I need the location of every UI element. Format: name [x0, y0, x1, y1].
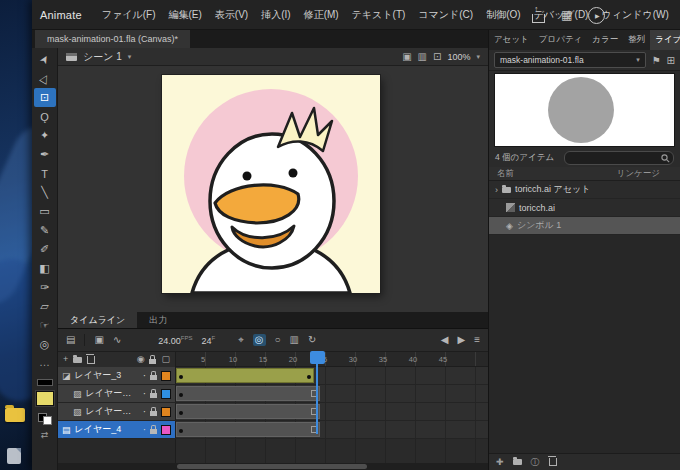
layer-lock-icon[interactable] — [150, 411, 157, 416]
layer-visibility-dot[interactable]: · — [143, 424, 146, 435]
outline-column-icon[interactable]: ▢ — [161, 355, 170, 364]
keyframe-dot[interactable] — [179, 375, 183, 379]
graph-editor-icon[interactable]: ∿ — [113, 335, 121, 345]
layer-visibility-dot[interactable]: · — [143, 370, 146, 381]
menu-insert[interactable]: 挿入(I) — [261, 8, 290, 22]
playhead-handle[interactable] — [310, 351, 325, 364]
hand-tool[interactable]: ☞ — [34, 316, 56, 335]
menu-view[interactable]: 表示(V) — [215, 8, 248, 22]
center-frame-icon[interactable]: ⌖ — [238, 335, 244, 345]
frame-rate[interactable]: 24.00FPS — [158, 335, 192, 346]
clip-content-icon[interactable]: ▥ — [418, 51, 427, 62]
layer-lock-icon[interactable] — [150, 393, 157, 398]
lasso-tool[interactable]: Ǫ — [34, 107, 56, 126]
tab-timeline[interactable]: タイムライン — [58, 312, 137, 328]
desktop-file-icon[interactable] — [7, 448, 21, 464]
scrollbar-thumb[interactable] — [177, 464, 367, 469]
layer-outline-color[interactable] — [161, 425, 171, 435]
free-transform-tool[interactable]: ⊡ — [34, 88, 56, 107]
new-library-panel-icon[interactable]: ⊞ — [667, 55, 675, 66]
scene-breadcrumb[interactable]: シーン 1 — [83, 50, 122, 64]
frame-span[interactable] — [176, 422, 320, 437]
empty-frames-grid[interactable] — [176, 439, 488, 463]
layer-name[interactable]: レイヤー_3 — [75, 369, 139, 382]
desktop-folder-icon[interactable] — [5, 408, 25, 422]
layer-name[interactable]: レイヤー_4 — [75, 423, 139, 436]
layer-frames[interactable] — [176, 403, 488, 420]
paint-bucket-tool[interactable]: ◧ — [34, 259, 56, 278]
layer-frames[interactable] — [176, 421, 488, 438]
fill-color-swatch[interactable] — [36, 391, 54, 406]
onion-skin-icon[interactable]: ◎ — [253, 334, 266, 346]
layer-name[interactable]: レイヤー… — [86, 387, 139, 400]
eye-column-icon[interactable]: ◉ — [137, 355, 145, 364]
frame-span[interactable] — [176, 404, 320, 419]
default-colors-chip[interactable] — [38, 413, 52, 425]
timeline-menu-icon[interactable]: ≡ — [474, 335, 480, 345]
library-search-input[interactable] — [569, 152, 661, 164]
menu-commands[interactable]: コマンド(C) — [418, 8, 473, 22]
pin-library-icon[interactable]: ⚑ — [652, 55, 661, 66]
timeline-horizontal-scrollbar[interactable] — [58, 463, 488, 470]
pencil-tool[interactable]: ✎ — [34, 221, 56, 240]
more-tools-button[interactable]: … — [34, 354, 56, 370]
keyframe-dot[interactable] — [179, 429, 183, 433]
frame-ruler[interactable]: 5 10 15 20 25 30 35 40 45 — [176, 352, 488, 367]
layer-outline-color[interactable] — [161, 407, 171, 417]
library-item-label[interactable]: toricch.ai — [519, 203, 555, 213]
zoom-level[interactable]: 100% — [447, 52, 470, 62]
tab-assets[interactable]: アセット — [489, 30, 534, 50]
document-tab[interactable]: mask-animation-01.fla (Canvas)* — [35, 30, 190, 48]
column-linkage[interactable]: リンケージ — [617, 168, 660, 180]
tween-frame-span[interactable] — [176, 368, 314, 383]
layer-name-cell-selected[interactable]: ▤ レイヤー_4 · — [58, 421, 176, 438]
zoom-tool[interactable]: ◎ — [34, 335, 56, 354]
library-item-folder[interactable]: › toricch.ai アセット — [489, 181, 680, 199]
onion-skin-outline-icon[interactable]: ○ — [275, 335, 281, 345]
expand-chevron-icon[interactable]: › — [495, 185, 498, 195]
stroke-color-swatch[interactable] — [37, 379, 53, 386]
library-search[interactable] — [564, 151, 674, 165]
workspace-icon[interactable]: ▦ — [561, 9, 572, 21]
layer-name-cell[interactable]: ▨ レイヤー… · — [58, 385, 176, 402]
library-item-graphic[interactable]: toricch.ai — [489, 199, 680, 217]
scene-chevron-icon[interactable]: ▾ — [128, 53, 132, 61]
library-item-label[interactable]: toricch.ai アセット — [515, 183, 590, 196]
loop-icon[interactable]: ↻ — [308, 335, 316, 345]
layer-outline-color[interactable] — [161, 389, 171, 399]
layer-name-cell[interactable]: ▨ レイヤー… · — [58, 403, 176, 420]
add-camera-icon[interactable]: ▣ — [94, 335, 103, 345]
layer-visibility-dot[interactable]: · — [143, 388, 146, 399]
lock-column-icon[interactable] — [149, 359, 156, 364]
frame-span[interactable] — [176, 386, 320, 401]
rectangle-tool[interactable]: ▭ — [34, 202, 56, 221]
menu-modify[interactable]: 修正(M) — [304, 8, 339, 22]
layer-frames[interactable] — [176, 385, 488, 402]
keyframe-dot[interactable] — [179, 411, 183, 415]
tab-color[interactable]: カラー — [587, 30, 623, 50]
stage-canvas[interactable] — [162, 75, 380, 293]
eraser-tool[interactable]: ▱ — [34, 297, 56, 316]
subselection-tool[interactable]: ▷ — [34, 69, 56, 88]
keyframe-dot[interactable] — [179, 393, 183, 397]
selection-tool[interactable]: ➤ — [34, 50, 56, 69]
menu-edit[interactable]: 編集(E) — [168, 8, 201, 22]
library-item-symbol[interactable]: ◈ シンボル 1 — [489, 217, 680, 235]
layer-lock-icon[interactable] — [150, 429, 157, 434]
tab-align[interactable]: 整列 — [623, 30, 650, 50]
add-layer-icon[interactable]: + — [63, 355, 68, 364]
keyframe-dot[interactable] — [307, 375, 311, 379]
menu-control[interactable]: 制御(O) — [486, 8, 520, 22]
menu-window[interactable]: ウィンドウ(W) — [601, 8, 668, 22]
share-icon[interactable]: ↑ — [532, 14, 545, 23]
layers-icon[interactable]: ▤ — [66, 335, 75, 345]
new-folder-icon[interactable] — [513, 459, 522, 465]
tab-properties[interactable]: プロパティ — [534, 30, 588, 50]
layer-name-cell[interactable]: ◪ レイヤー_3 · — [58, 367, 176, 384]
camera-icon[interactable]: ▣ — [402, 51, 411, 62]
zoom-chevron-icon[interactable]: ▾ — [476, 53, 480, 61]
tab-output[interactable]: 出力 — [137, 312, 179, 328]
delete-layer-icon[interactable] — [87, 356, 95, 364]
pen-tool[interactable]: ✒ — [34, 145, 56, 164]
stage-pasteboard[interactable] — [58, 66, 488, 312]
